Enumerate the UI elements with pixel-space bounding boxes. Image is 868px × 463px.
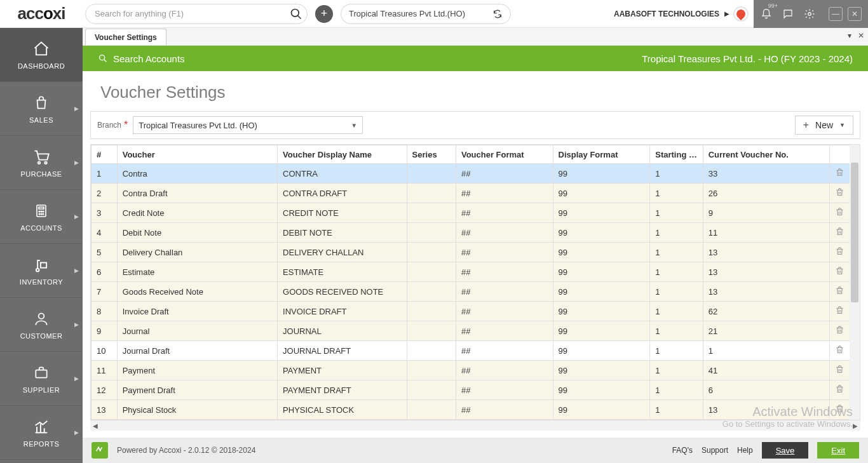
svg-point-7 [39,211,40,212]
tab-menu-icon[interactable]: ▾ [848,31,851,40]
delete-row-button[interactable] [835,384,844,394]
delete-row-button[interactable] [835,365,844,374]
refresh-icon[interactable] [492,9,503,19]
header-current[interactable]: Current Voucher No. [703,145,829,164]
svg-point-3 [38,162,41,164]
cell-display: DEBIT NOTE [278,223,407,243]
support-link[interactable]: Support [702,446,728,455]
delete-row-button[interactable] [835,227,844,236]
table-row[interactable]: 1ContraCONTRA##99133 [92,164,860,184]
cell-dformat: 99 [553,380,650,400]
search-accounts-button[interactable]: Search Accounts [98,53,185,64]
exit-button[interactable]: Exit [817,442,859,459]
table-row[interactable]: 10Journal DraftJOURNAL DRAFT##9911 [92,341,860,361]
table-row[interactable]: 8Invoice DraftINVOICE DRAFT##99162 [92,302,860,321]
cell-starting: 1 [650,321,703,341]
chevron-right-icon: ▶ [74,267,79,274]
help-link[interactable]: Help [737,446,753,455]
delete-row-button[interactable] [835,345,844,354]
delete-row-button[interactable] [835,168,844,177]
chevron-right-icon: ▶ [74,159,79,166]
cell-current: 21 [703,321,829,341]
cell-idx: 12 [92,380,118,400]
cell-current: 62 [703,302,829,321]
svg-point-4 [44,162,47,164]
table-row[interactable]: 6EstimateESTIMATE##99113 [92,262,860,282]
bag-icon [32,93,51,112]
bell-icon[interactable]: 99+ [760,8,773,20]
sidebar-item-supplier[interactable]: SUPPLIER ▶ [0,352,83,406]
delete-row-button[interactable] [835,404,844,413]
cell-voucher: Contra [117,164,277,184]
table-row[interactable]: 11PaymentPAYMENT##99141 [92,361,860,380]
app-logo: accoxi [0,0,83,28]
cell-series [407,361,456,380]
cell-idx: 7 [92,282,118,302]
header-display-name[interactable]: Voucher Display Name [278,145,407,164]
close-button[interactable]: ✕ [848,7,862,21]
table-row[interactable]: 7Goods Received NoteGOODS RECEIVED NOTE#… [92,282,860,302]
scroll-right-icon[interactable]: ▶ [850,420,860,431]
tab-close-icon[interactable]: ✕ [858,31,864,40]
table-row[interactable]: 9JournalJOURNAL##99121 [92,321,860,341]
sidebar-item-customer[interactable]: CUSTOMER ▶ [0,298,83,352]
company-switcher[interactable]: Tropical Treasures Pvt Ltd.(HO) [341,4,511,24]
header-display-format[interactable]: Display Format [553,145,650,164]
sidebar-item-inventory[interactable]: INVENTORY ▶ [0,244,83,298]
cell-current: 1 [703,341,829,361]
cell-display: JOURNAL DRAFT [278,341,407,361]
tenant-name[interactable]: AABASOFT TECHNOLOGIES [614,10,719,18]
cell-current: 13 [703,282,829,302]
delete-row-button[interactable] [835,187,844,197]
global-search-input[interactable] [85,4,308,24]
horizontal-scrollbar[interactable]: ◀ ▶ [90,420,860,431]
sidebar-item-dashboard[interactable]: DASHBOARD [0,28,83,82]
header-voucher[interactable]: Voucher [117,145,277,164]
chat-icon[interactable] [782,8,794,20]
minimize-button[interactable]: — [829,7,843,21]
table-row[interactable]: 3Credit NoteCREDIT NOTE##9919 [92,203,860,223]
delete-row-button[interactable] [835,207,844,217]
search-icon[interactable] [290,8,302,20]
cell-current: 6 [703,380,829,400]
delete-row-button[interactable] [835,286,844,295]
table-row[interactable]: 12Payment DraftPAYMENT DRAFT##9916 [92,380,860,400]
cell-idx: 6 [92,262,118,282]
delete-row-button[interactable] [835,246,844,256]
quick-add-button[interactable]: + [315,5,333,23]
cell-starting: 1 [650,164,703,184]
sidebar-item-purchase[interactable]: PURCHASE ▶ [0,136,83,190]
delete-row-button[interactable] [835,305,844,315]
cell-display: PAYMENT DRAFT [278,380,407,400]
save-button[interactable]: Save [762,442,809,459]
header-idx[interactable]: # [92,145,118,164]
cell-voucher: Physical Stock [117,400,277,420]
header-series[interactable]: Series [407,145,456,164]
header-starting[interactable]: Starting Vou [650,145,703,164]
new-button[interactable]: + New ▼ [795,116,853,135]
tab-voucher-settings[interactable]: Voucher Settings [85,29,166,45]
cell-series [407,380,456,400]
sidebar-item-accounts[interactable]: ACCOUNTS ▶ [0,190,83,244]
table-row[interactable]: 2Contra DraftCONTRA DRAFT##99126 [92,184,860,203]
cell-voucher: Contra Draft [117,184,277,203]
table-row[interactable]: 13Physical StockPHYSICAL STOCK##99113 [92,400,860,420]
branch-select[interactable]: Tropical Treasures Pvt Ltd. (HO) ▼ [133,116,363,134]
vertical-scrollbar[interactable] [850,145,860,420]
gear-icon[interactable] [803,8,816,20]
header-format[interactable]: Voucher Format [456,145,553,164]
cell-current: 41 [703,361,829,380]
table-row[interactable]: 5Delivery ChallanDELIVERY CHALLAN##99113 [92,243,860,262]
sidebar-item-sales[interactable]: SALES ▶ [0,82,83,136]
sidebar-item-reports[interactable]: REPORTS ▶ [0,406,83,460]
cell-voucher: Invoice Draft [117,302,277,321]
scroll-left-icon[interactable]: ◀ [90,420,100,431]
delete-row-button[interactable] [835,325,844,335]
table-row[interactable]: 4Debit NoteDEBIT NOTE##99111 [92,223,860,243]
cell-starting: 1 [650,302,703,321]
cell-starting: 1 [650,223,703,243]
delete-row-button[interactable] [835,266,844,276]
faqs-link[interactable]: FAQ's [672,446,693,455]
cell-format: ## [456,243,553,262]
chevron-right-icon: ▶ [724,10,729,17]
